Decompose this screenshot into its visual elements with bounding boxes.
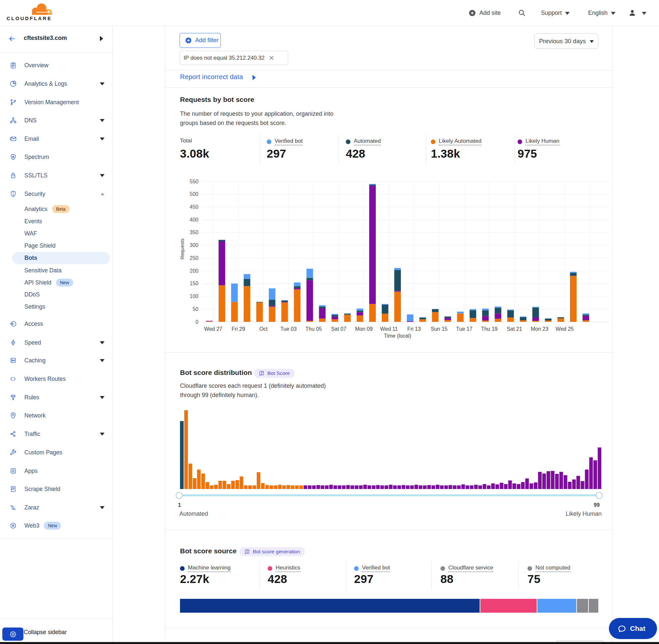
- svg-text:Sun 15: Sun 15: [431, 326, 448, 332]
- svg-text:Tue 03: Tue 03: [281, 326, 297, 332]
- svg-text:Oct: Oct: [259, 326, 268, 332]
- svg-text:150: 150: [190, 281, 198, 286]
- svg-text:300: 300: [190, 243, 198, 248]
- svg-text:350: 350: [190, 230, 198, 235]
- svg-text:Requests: Requests: [179, 238, 185, 259]
- svg-text:0: 0: [195, 319, 198, 325]
- svg-text:Wed 25: Wed 25: [556, 326, 573, 332]
- svg-text:Thu 05: Thu 05: [305, 326, 322, 332]
- svg-text:250: 250: [190, 255, 198, 261]
- svg-text:550: 550: [190, 179, 198, 184]
- svg-text:400: 400: [190, 217, 198, 223]
- svg-text:Wed 11: Wed 11: [380, 326, 398, 332]
- svg-text:Thu 19: Thu 19: [481, 326, 497, 332]
- svg-text:50: 50: [192, 306, 198, 312]
- svg-text:Time (local): Time (local): [384, 333, 411, 339]
- svg-text:500: 500: [190, 191, 198, 197]
- svg-text:450: 450: [190, 204, 198, 210]
- svg-text:Sat 07: Sat 07: [331, 326, 346, 332]
- svg-text:Sat 21: Sat 21: [507, 326, 522, 332]
- svg-text:Fri 29: Fri 29: [231, 326, 245, 332]
- svg-text:100: 100: [190, 294, 198, 299]
- svg-text:Mon 09: Mon 09: [355, 326, 373, 332]
- svg-text:200: 200: [190, 268, 198, 274]
- svg-text:Fri 13: Fri 13: [407, 326, 421, 332]
- svg-text:Tue 17: Tue 17: [456, 326, 472, 332]
- svg-text:Mon 23: Mon 23: [531, 326, 548, 332]
- svg-text:Wed 27: Wed 27: [204, 326, 222, 332]
